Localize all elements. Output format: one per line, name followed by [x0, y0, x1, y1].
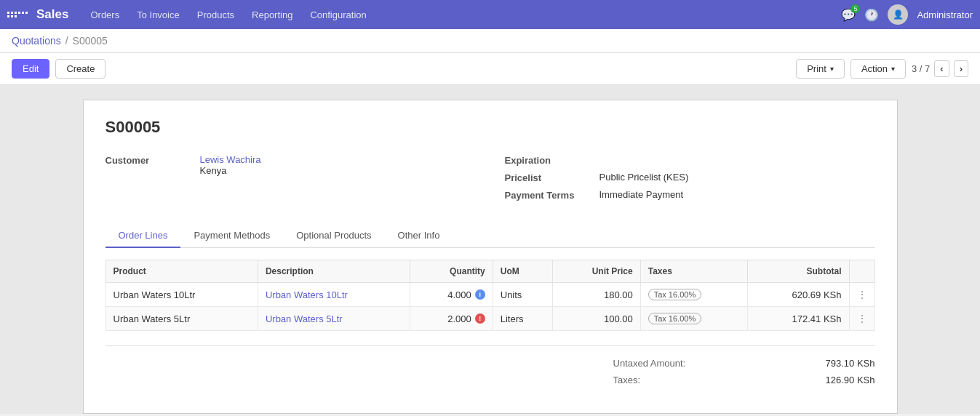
- row2-actions[interactable]: ⋮: [849, 307, 875, 331]
- create-button[interactable]: Create: [55, 59, 105, 79]
- row2-subtotal: 172.41 KSh: [748, 307, 849, 331]
- nav-configuration[interactable]: Configuration: [303, 7, 373, 23]
- topnav: Sales Orders To Invoice Products Reporti…: [0, 0, 980, 29]
- breadcrumb-parent[interactable]: Quotations: [12, 35, 61, 47]
- username: Administrator: [917, 9, 973, 20]
- apps-grid-icon[interactable]: [7, 12, 28, 17]
- nav-to-invoice[interactable]: To Invoice: [130, 7, 187, 23]
- tab-payment-methods[interactable]: Payment Methods: [180, 224, 283, 248]
- edit-button[interactable]: Edit: [12, 59, 49, 79]
- topnav-right: 💬 5 🕐 👤 Administrator: [841, 4, 973, 25]
- breadcrumb-separator: /: [65, 35, 68, 47]
- table-row: Urban Waters 5Ltr Urban Waters 5Ltr 2.00…: [105, 307, 875, 331]
- app-name[interactable]: Sales: [36, 7, 68, 22]
- tab-order-lines[interactable]: Order Lines: [105, 224, 181, 248]
- col-uom: UoM: [493, 260, 553, 283]
- payment-terms-label: Payment Terms: [505, 189, 599, 201]
- taxes-value: 126.90 KSh: [826, 375, 875, 385]
- action-button[interactable]: Action: [850, 59, 906, 79]
- content-area: S00005 Customer Lewis Wachira Kenya Expi…: [0, 85, 980, 414]
- row1-product: Urban Waters 10Ltr: [105, 283, 258, 307]
- breadcrumb: Quotations / S00005: [12, 35, 108, 47]
- pricelist-field-row: Pricelist Public Pricelist (KES): [505, 172, 875, 183]
- untaxed-label: Untaxed Amount:: [613, 358, 686, 369]
- row1-unit-price: 180.00: [553, 283, 640, 307]
- customer-country: Kenya: [200, 165, 227, 176]
- pager-next[interactable]: ›: [954, 60, 968, 77]
- pager-text: 3 / 7: [912, 63, 930, 74]
- row2-uom: Liters: [493, 307, 553, 331]
- row1-tax-badge: Tax 16.00%: [648, 289, 701, 300]
- row2-dots-icon[interactable]: ⋮: [857, 313, 867, 324]
- col-unit-price: Unit Price: [553, 260, 640, 283]
- pager-prev[interactable]: ‹: [934, 60, 949, 77]
- chat-badge: 5: [850, 4, 860, 13]
- nav-products[interactable]: Products: [190, 7, 242, 23]
- totals-section: Untaxed Amount: 793.10 KSh Taxes: 126.90…: [105, 345, 875, 388]
- clock-icon[interactable]: 🕐: [864, 8, 879, 22]
- taxes-label: Taxes:: [613, 375, 641, 385]
- row2-unit-price: 100.00: [553, 307, 640, 331]
- row2-tax-badge: Tax 16.00%: [648, 313, 701, 324]
- tab-optional-products[interactable]: Optional Products: [283, 224, 384, 248]
- taxes-row: Taxes: 126.90 KSh: [613, 372, 875, 388]
- totals-table: Untaxed Amount: 793.10 KSh Taxes: 126.90…: [613, 355, 875, 388]
- row2-quantity: 2.000 !: [410, 307, 493, 331]
- row1-description[interactable]: Urban Waters 10Ltr: [258, 283, 410, 307]
- row1-uom: Units: [493, 283, 553, 307]
- record-title: S00005: [105, 118, 875, 137]
- pricelist-value: Public Pricelist (KES): [599, 172, 689, 183]
- record-card: S00005 Customer Lewis Wachira Kenya Expi…: [83, 100, 898, 414]
- fields-grid: Customer Lewis Wachira Kenya Expiration …: [105, 154, 875, 207]
- col-quantity: Quantity: [410, 260, 493, 283]
- tabs: Order Lines Payment Methods Optional Pro…: [105, 224, 875, 248]
- row1-dots-icon[interactable]: ⋮: [857, 289, 867, 300]
- col-description: Description: [258, 260, 410, 283]
- expiration-field-row: Expiration: [505, 154, 875, 166]
- pager: 3 / 7 ‹ ›: [912, 60, 968, 77]
- nav-reporting[interactable]: Reporting: [244, 7, 300, 23]
- nav-links: Orders To Invoice Products Reporting Con…: [83, 7, 841, 23]
- col-product: Product: [105, 260, 258, 283]
- customer-link[interactable]: Lewis Wachira: [200, 154, 261, 165]
- payment-terms-value: Immediate Payment: [599, 189, 684, 200]
- customer-label: Customer: [105, 154, 200, 166]
- chat-icon[interactable]: 💬 5: [841, 8, 856, 22]
- row1-tax: Tax 16.00%: [640, 283, 748, 307]
- breadcrumb-current: S00005: [73, 35, 108, 47]
- untaxed-amount-row: Untaxed Amount: 793.10 KSh: [613, 355, 875, 372]
- pricelist-label: Pricelist: [505, 172, 599, 183]
- order-table: Product Description Quantity UoM Unit Pr…: [105, 260, 875, 331]
- col-actions: [849, 260, 875, 283]
- nav-orders[interactable]: Orders: [83, 7, 127, 23]
- row2-product: Urban Waters 5Ltr: [105, 307, 258, 331]
- customer-value: Lewis Wachira Kenya: [200, 154, 261, 176]
- table-row: Urban Waters 10Ltr Urban Waters 10Ltr 4.…: [105, 283, 875, 307]
- row1-subtotal: 620.69 KSh: [748, 283, 849, 307]
- col-taxes: Taxes: [640, 260, 748, 283]
- col-subtotal: Subtotal: [748, 260, 849, 283]
- avatar[interactable]: 👤: [888, 4, 908, 25]
- row2-description[interactable]: Urban Waters 5Ltr: [258, 307, 410, 331]
- row2-tax: Tax 16.00%: [640, 307, 748, 331]
- row2-qty-icon[interactable]: !: [475, 313, 485, 324]
- print-button[interactable]: Print: [796, 59, 845, 79]
- row1-actions[interactable]: ⋮: [849, 283, 875, 307]
- payment-terms-field-row: Payment Terms Immediate Payment: [505, 189, 875, 201]
- customer-field-row: Customer Lewis Wachira Kenya: [105, 154, 476, 176]
- row1-qty-icon[interactable]: i: [475, 289, 485, 300]
- untaxed-value: 793.10 KSh: [826, 358, 875, 369]
- page-header: Quotations / S00005: [0, 29, 980, 53]
- toolbar: Edit Create Print Action 3 / 7 ‹ ›: [0, 53, 980, 85]
- expiration-label: Expiration: [505, 154, 599, 166]
- row1-quantity: 4.000 i: [410, 283, 493, 307]
- tab-other-info[interactable]: Other Info: [385, 224, 453, 248]
